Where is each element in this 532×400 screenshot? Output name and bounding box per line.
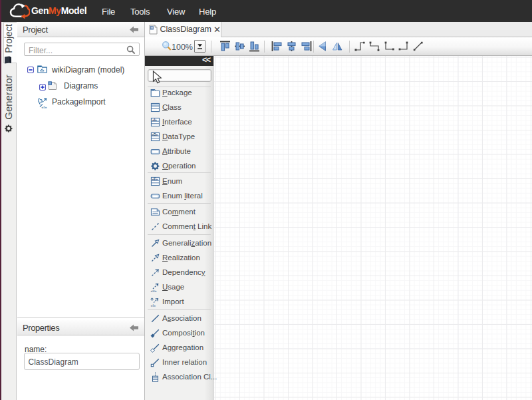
svg-text:«I»: «I»	[151, 303, 156, 307]
svg-text:«E»: «E»	[152, 177, 158, 181]
svg-text:«I»: «I»	[152, 118, 157, 122]
svg-text:«I»: «I»	[41, 105, 47, 108]
svg-text:«u»: «u»	[151, 289, 157, 293]
svg-text:«D»: «D»	[152, 132, 158, 136]
